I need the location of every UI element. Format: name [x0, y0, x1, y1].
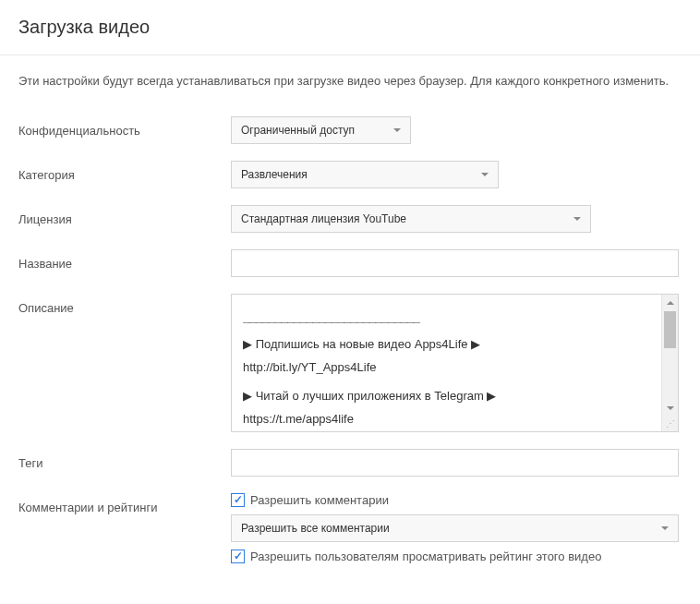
row-title: Название — [18, 249, 682, 277]
label-title: Название — [18, 249, 231, 271]
allow-ratings-label: Разрешить пользователям просматривать ре… — [250, 550, 601, 563]
row-license: Лицензия Стандартная лицензия YouTube — [18, 205, 682, 233]
category-value: Развлечения — [241, 168, 308, 181]
caret-down-icon — [481, 173, 489, 176]
category-dropdown[interactable]: Развлечения — [231, 161, 499, 188]
resize-grip[interactable]: ⋰ — [662, 417, 678, 431]
title-input[interactable] — [231, 249, 679, 277]
row-comments: Комментарии и рейтинги ✓ Разрешить комме… — [18, 493, 682, 571]
allow-ratings-row: ✓ Разрешить пользователям просматривать … — [231, 550, 682, 563]
comments-mode-value: Разрешить все комментарии — [241, 522, 390, 535]
content-area: Эти настройки будут всегда устанавливать… — [0, 55, 700, 604]
row-tags: Теги — [18, 449, 682, 477]
scroll-thumb[interactable] — [664, 311, 676, 348]
label-license: Лицензия — [18, 205, 231, 226]
label-description: Описание — [18, 294, 231, 315]
play-icon: ▶ — [471, 335, 480, 355]
caret-down-icon — [573, 217, 581, 221]
arrow-up-icon — [667, 301, 674, 305]
desc-line1-text: Подпишись на новые видео Apps4Life — [256, 337, 468, 351]
description-content: ____________________________ ▶ Подпишись… — [232, 295, 661, 431]
row-privacy: Конфиденциальность Ограниченный доступ — [18, 116, 682, 144]
desc-line1-url: http://bit.ly/YT_Apps4Life — [243, 358, 650, 378]
label-tags: Теги — [18, 449, 231, 470]
label-category: Категория — [18, 161, 231, 182]
description-divider: ____________________________ — [243, 309, 419, 323]
page-header: Загрузка видео — [0, 0, 700, 55]
textarea-scrollbar[interactable]: ⋰ — [661, 295, 678, 431]
intro-text: Эти настройки будут всегда устанавливать… — [18, 72, 682, 91]
license-dropdown[interactable]: Стандартная лицензия YouTube — [231, 205, 591, 233]
play-icon: ▶ — [243, 387, 252, 406]
license-value: Стандартная лицензия YouTube — [241, 212, 406, 225]
arrow-down-icon — [667, 406, 674, 410]
privacy-value: Ограниченный доступ — [241, 124, 355, 137]
play-icon: ▶ — [487, 387, 496, 406]
scroll-up-button[interactable] — [662, 295, 678, 311]
label-privacy: Конфиденциальность — [18, 116, 231, 138]
play-icon: ▶ — [243, 335, 252, 355]
desc-line2-text: Читай о лучших приложениях в Telegram — [256, 389, 488, 403]
checkmark-icon: ✓ — [234, 494, 243, 505]
label-comments: Комментарии и рейтинги — [18, 493, 231, 514]
scroll-down-button[interactable] — [662, 400, 678, 417]
comments-mode-dropdown[interactable]: Разрешить все комментарии — [231, 514, 679, 542]
page-title: Загрузка видео — [18, 17, 682, 38]
caret-down-icon — [393, 128, 401, 132]
scroll-track[interactable] — [662, 311, 678, 400]
allow-comments-checkbox[interactable]: ✓ — [231, 493, 245, 507]
description-textarea[interactable]: ____________________________ ▶ Подпишись… — [231, 294, 679, 432]
row-category: Категория Развлечения — [18, 161, 682, 188]
desc-line2-url: https://t.me/apps4life — [243, 410, 650, 429]
caret-down-icon — [661, 526, 669, 530]
checkmark-icon: ✓ — [234, 550, 243, 562]
privacy-dropdown[interactable]: Ограниченный доступ — [231, 116, 411, 144]
allow-comments-label: Разрешить комментарии — [250, 493, 389, 507]
row-description: Описание ____________________________ ▶ … — [18, 294, 682, 432]
allow-comments-row: ✓ Разрешить комментарии — [231, 493, 682, 507]
tags-input[interactable] — [231, 449, 679, 477]
allow-ratings-checkbox[interactable]: ✓ — [231, 550, 245, 563]
